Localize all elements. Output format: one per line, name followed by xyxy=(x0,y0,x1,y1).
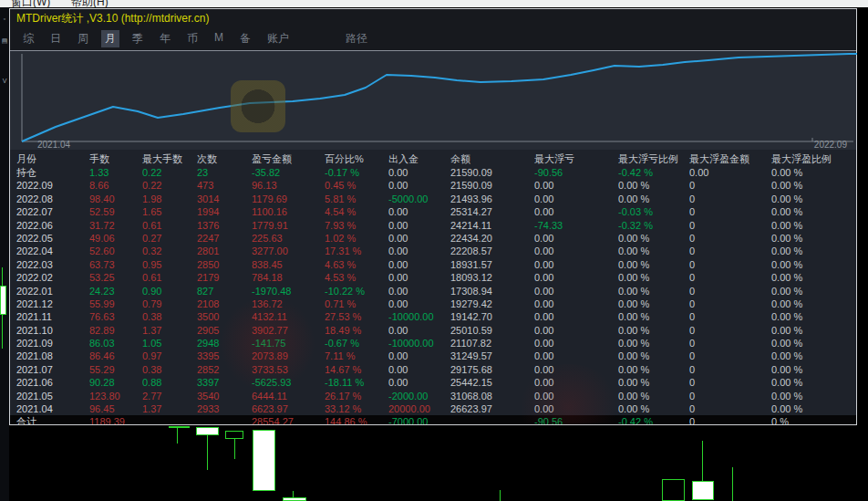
table-row[interactable]: 2021.0690.280.883397-5625.93-18.11 %0.00… xyxy=(10,376,856,389)
stats-table-body: 持仓1.330.2223-35.82-0.17 %0.0021590.09-90… xyxy=(10,166,856,424)
candlestick-body xyxy=(253,430,275,491)
cell-cashflow: -5000.00 xyxy=(388,193,450,205)
table-row[interactable]: 2021.0886.460.9733952073.897.11 %0.00312… xyxy=(10,350,856,362)
cell-max-float-profit-pct: 0.00 % xyxy=(771,205,856,218)
cell-max-float-loss-pct: 0.00 % xyxy=(618,402,689,415)
cell-lots: 52.59 xyxy=(89,205,142,218)
table-row[interactable]: 2022.0363.730.952850838.454.63 %0.001893… xyxy=(10,258,856,271)
candlestick-wick xyxy=(2,315,3,349)
cell-month: 2022.07 xyxy=(16,205,89,218)
table-row[interactable]: 2022.0898.401.9830141179.695.81 %-5000.0… xyxy=(10,193,856,205)
path-label[interactable]: 路径 xyxy=(346,31,367,47)
toolbar-button-年[interactable]: 年 xyxy=(156,30,174,47)
table-row[interactable]: 2022.0549.060.272247225.631.02 %0.002243… xyxy=(10,232,856,245)
cell-max-float-loss-pct: 0.00 % xyxy=(618,337,689,350)
cell-max-float-profit-pct: 0.00 % xyxy=(771,363,856,376)
cell-count: 473 xyxy=(197,179,252,192)
toolbar-button-币[interactable]: 币 xyxy=(183,30,202,47)
cell-max-float-profit-pct: 0.00 % xyxy=(771,166,856,179)
cell-balance: 31068.08 xyxy=(450,390,534,402)
cell-pnl: 2073.89 xyxy=(252,350,325,362)
cell-cashflow: -2000.00 xyxy=(388,390,450,402)
cell-lots: 86.46 xyxy=(89,350,142,362)
cell-month: 2021.08 xyxy=(16,350,89,362)
cell-lots: 76.63 xyxy=(89,310,142,323)
cell-max-float-loss-pct: 0.00 % xyxy=(618,271,689,284)
cell-max-lots: 0.61 xyxy=(142,219,197,232)
cell-percent: 14.67 % xyxy=(325,363,388,376)
mtdriver-stats-window: MTDriver统计 ,V3.10 (http://mtdriver.cn) 综… xyxy=(9,8,857,425)
cell-max-lots: 0.61 xyxy=(142,271,197,284)
cell-max-float-loss-pct: 0.00 % xyxy=(618,285,689,297)
cell-cashflow: 0.00 xyxy=(388,232,450,245)
cell-month: 2021.09 xyxy=(16,337,89,350)
toolbar-button-账户[interactable]: 账户 xyxy=(264,30,293,47)
table-row[interactable]: 2022.0631.720.6113761779.917.93 %0.00242… xyxy=(10,219,856,232)
toolbar-button-季[interactable]: 季 xyxy=(129,30,147,47)
window-titlebar[interactable]: MTDriver统计 ,V3.10 (http://mtdriver.cn) xyxy=(10,9,856,27)
table-row[interactable]: 持仓1.330.2223-35.82-0.17 %0.0021590.09-90… xyxy=(10,166,856,179)
cell-pnl: -141.75 xyxy=(252,337,325,350)
cell-percent: -0.67 % xyxy=(325,337,388,350)
table-row[interactable]: 2021.0755.290.3828523733.5314.67 %0.0029… xyxy=(10,363,856,376)
cell-max-float-loss: 0.00 xyxy=(534,363,618,376)
cell-max-float-loss: 0.00 xyxy=(534,324,618,337)
cell-max-float-profit: 0 xyxy=(689,271,771,284)
cell-max-float-loss: 0.00 xyxy=(534,193,618,205)
stats-toolbar-buttons: 综日周月季年币M备账户 xyxy=(19,30,293,47)
table-total-row[interactable]: 合计1189.3928554.27144.86 %-7000.00-90.56-… xyxy=(10,415,856,424)
cell-percent: 5.81 % xyxy=(325,193,388,205)
table-row[interactable]: 2022.098.660.2247396.130.45 %0.0021590.0… xyxy=(10,179,856,192)
cell-lots: 98.40 xyxy=(89,193,142,205)
candlestick-wick xyxy=(500,490,501,501)
cell-pnl: -1970.48 xyxy=(252,285,325,297)
cell-cashflow: 20000.00 xyxy=(388,402,450,415)
cell-lots: 55.99 xyxy=(89,297,142,310)
menu-item-window[interactable]: 窗口(W) xyxy=(11,0,50,7)
cell-percent: 0.45 % xyxy=(325,179,388,192)
table-row[interactable]: 2021.1255.990.792108136.720.71 %0.001927… xyxy=(10,297,856,310)
table-row[interactable]: 2022.0752.591.6519941100.164.54 %0.00253… xyxy=(10,205,856,218)
candlestick-wick xyxy=(702,441,703,482)
column-header-percent: 百分比% xyxy=(325,152,388,166)
cell-pnl: 3733.53 xyxy=(252,363,325,376)
toolbar-button-月[interactable]: 月 xyxy=(101,30,119,47)
table-row[interactable]: 2021.05123.802.7735406444.1126.17 %-2000… xyxy=(10,390,856,402)
candlestick-wick xyxy=(177,426,178,444)
menu-item-help[interactable]: 帮助(H) xyxy=(71,0,108,7)
toolbar-button-M[interactable]: M xyxy=(211,30,227,47)
cell-count xyxy=(197,415,252,424)
cell-lots: 24.23 xyxy=(89,285,142,297)
toolbar-button-备[interactable]: 备 xyxy=(236,30,254,47)
cell-max-float-loss-pct: -0.03 % xyxy=(618,205,689,218)
candlestick-wick xyxy=(732,467,733,501)
cell-percent: -0.17 % xyxy=(325,166,388,179)
cell-max-float-loss: 0.00 xyxy=(534,350,618,362)
cell-max-float-loss-pct: 0.00 % xyxy=(618,390,689,402)
cell-max-float-loss: -74.33 xyxy=(534,219,618,232)
toolbar-button-周[interactable]: 周 xyxy=(74,30,92,47)
table-row[interactable]: 2022.0124.230.90827-1970.48-10.22 %0.001… xyxy=(10,285,856,297)
cell-max-float-profit: 0 xyxy=(689,205,771,218)
toolbar-button-日[interactable]: 日 xyxy=(46,30,65,47)
table-row[interactable]: 2021.1176.630.3835004132.1127.53 %-10000… xyxy=(10,310,856,323)
cell-cashflow: -10000.00 xyxy=(388,310,450,323)
stats-table: 月份手数最大手数次数盈亏金额百分比%出入金余额最大浮亏最大浮亏比例最大浮盈金额最… xyxy=(10,150,856,424)
cell-pnl: 1100.16 xyxy=(252,205,325,218)
table-row[interactable]: 2021.0496.451.3729336623.9733.12 %20000.… xyxy=(10,402,856,415)
table-row[interactable]: 2021.1082.891.3729053902.7718.49 %0.0025… xyxy=(10,324,856,337)
cell-balance: 29175.68 xyxy=(450,363,534,376)
cell-max-float-loss: -90.56 xyxy=(534,166,618,179)
cell-max-float-loss: 0.00 xyxy=(534,271,618,284)
cell-month: 2022.03 xyxy=(16,258,89,271)
window-title: MTDriver统计 ,V3.10 (http://mtdriver.cn) xyxy=(16,11,209,26)
cell-balance: 22208.57 xyxy=(450,245,534,257)
table-row[interactable]: 2022.0253.250.612179784.184.53 %0.001809… xyxy=(10,271,856,284)
table-row[interactable]: 2021.0986.031.052948-141.75-0.67 %-10000… xyxy=(10,337,856,350)
cell-cashflow: 0.00 xyxy=(388,179,450,192)
cell-max-float-loss: 0.00 xyxy=(534,376,618,389)
toolbar-button-综[interactable]: 综 xyxy=(19,30,37,47)
table-row[interactable]: 2022.0452.600.3228013277.0017.31 %0.0022… xyxy=(10,245,856,257)
cell-balance: 19142.70 xyxy=(450,310,534,323)
cell-percent: 4.63 % xyxy=(325,258,388,271)
